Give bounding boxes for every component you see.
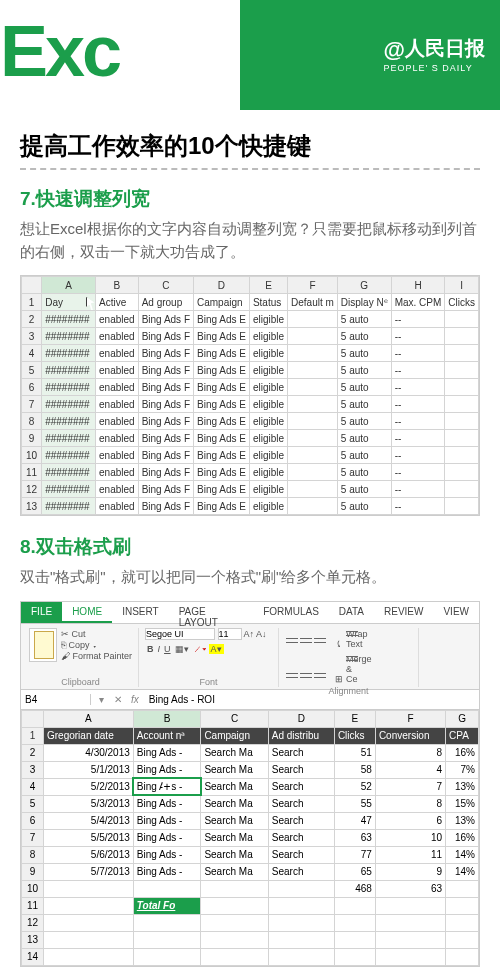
cell[interactable]: eligible	[249, 481, 287, 498]
cell[interactable]: 5 auto	[337, 345, 391, 362]
cell[interactable]: ########	[42, 481, 96, 498]
cell[interactable]: Bing Ads -	[133, 812, 201, 829]
cell[interactable]: 8	[375, 795, 445, 812]
cell[interactable]	[445, 413, 479, 430]
cut-button[interactable]: ✂ Cut	[61, 629, 132, 639]
cell[interactable]	[445, 464, 479, 481]
cell[interactable]: 10	[22, 880, 44, 897]
cell[interactable]	[445, 345, 479, 362]
cell[interactable]: Search	[268, 812, 334, 829]
cell[interactable]: Bing Ads F	[138, 481, 193, 498]
cell[interactable]: Search Ma	[201, 846, 268, 863]
cell[interactable]: 58	[334, 761, 375, 778]
cell[interactable]	[334, 914, 375, 931]
cell[interactable]: --	[391, 379, 445, 396]
cell[interactable]: Bing Ads E	[194, 481, 250, 498]
cell[interactable]: Bing Ads F	[138, 413, 193, 430]
font-size-input[interactable]	[218, 628, 242, 640]
cell[interactable]: --	[391, 481, 445, 498]
cell[interactable]: 15%	[446, 795, 479, 812]
cell[interactable]: enabled	[96, 362, 139, 379]
cell[interactable]: Bing Ads F	[138, 430, 193, 447]
cell[interactable]: Bing Ads -	[133, 761, 201, 778]
cell[interactable]: Bing Ads E	[194, 362, 250, 379]
cell[interactable]: Bing Ads E	[194, 311, 250, 328]
cell[interactable]: Search Ma	[201, 778, 268, 795]
cell[interactable]	[446, 931, 479, 948]
cell[interactable]: 11	[22, 897, 44, 914]
cell[interactable]	[133, 931, 201, 948]
cell[interactable]: ########	[42, 396, 96, 413]
cell[interactable]: eligible	[249, 379, 287, 396]
cell[interactable]: 5 auto	[337, 311, 391, 328]
cell[interactable]: Bing Ads E	[194, 345, 250, 362]
font-name-input[interactable]	[145, 628, 215, 640]
ribbon-tab[interactable]: PAGE LAYOUT	[169, 602, 254, 623]
cell[interactable]	[288, 362, 338, 379]
cell[interactable]: Bing Ads E	[194, 413, 250, 430]
cell[interactable]: 1	[22, 727, 44, 744]
cell[interactable]: enabled	[96, 396, 139, 413]
cell[interactable]: --	[391, 311, 445, 328]
cell[interactable]	[44, 897, 134, 914]
cell[interactable]: 13%	[446, 812, 479, 829]
cell[interactable]: Bing Ads F	[138, 328, 193, 345]
ribbon-tab[interactable]: HOME	[62, 602, 112, 623]
cell[interactable]: 4/30/2013	[44, 744, 134, 761]
cell[interactable]: enabled	[96, 447, 139, 464]
cell[interactable]	[288, 379, 338, 396]
col-header[interactable]	[22, 277, 42, 294]
ribbon-tab[interactable]: DATA	[329, 602, 374, 623]
cell[interactable]: 8	[22, 413, 42, 430]
cell[interactable]: 5	[22, 362, 42, 379]
cell[interactable]: Bing Ads -	[133, 744, 201, 761]
cell[interactable]	[201, 931, 268, 948]
cell[interactable]: Ad distribu	[268, 727, 334, 744]
cell[interactable]: Clicks	[445, 294, 479, 311]
cell[interactable]: Search	[268, 795, 334, 812]
cell[interactable]: Bing Ads E	[194, 498, 250, 515]
cell[interactable]	[44, 914, 134, 931]
cell[interactable]	[201, 880, 268, 897]
col-header[interactable]: I	[445, 277, 479, 294]
cell[interactable]: eligible	[249, 413, 287, 430]
cell[interactable]	[445, 379, 479, 396]
cell[interactable]	[446, 948, 479, 965]
cell[interactable]: ########	[42, 498, 96, 515]
cell[interactable]	[446, 914, 479, 931]
cell[interactable]: Bing Ads E	[194, 379, 250, 396]
cell[interactable]: 5 auto	[337, 481, 391, 498]
cell[interactable]: Bing Ads -	[133, 795, 201, 812]
cell[interactable]: ########	[42, 345, 96, 362]
cell[interactable]: Search	[268, 761, 334, 778]
cell[interactable]: Bing Ads F	[138, 379, 193, 396]
ribbon-tab[interactable]: VIEW	[433, 602, 479, 623]
cell[interactable]: 5 auto	[337, 379, 391, 396]
cell[interactable]: Search Ma	[201, 744, 268, 761]
ribbon-tab[interactable]: FORMULAS	[253, 602, 329, 623]
col-header[interactable]: D	[194, 277, 250, 294]
cell[interactable]: 2	[22, 311, 42, 328]
cell[interactable]: Campaign	[201, 727, 268, 744]
cell[interactable]: 8	[375, 744, 445, 761]
cell[interactable]: 10	[375, 829, 445, 846]
cell[interactable]: Search	[268, 829, 334, 846]
cell[interactable]: eligible	[249, 311, 287, 328]
cell[interactable]: 468	[334, 880, 375, 897]
cell[interactable]	[288, 464, 338, 481]
cell[interactable]: Search	[268, 744, 334, 761]
cell[interactable]: Search Ma	[201, 761, 268, 778]
cell[interactable]: 13	[22, 931, 44, 948]
ribbon-tab[interactable]: INSERT	[112, 602, 169, 623]
cell[interactable]: Bing Ads F	[138, 345, 193, 362]
cell[interactable]: Bing Ads F	[138, 311, 193, 328]
col-header[interactable]: G	[337, 277, 391, 294]
cell[interactable]: 65	[334, 863, 375, 880]
cell[interactable]: 5 auto	[337, 328, 391, 345]
cell[interactable]: Bing Ads F	[138, 396, 193, 413]
merge-button[interactable]: Merge & Ce	[346, 654, 358, 664]
cell[interactable]: eligible	[249, 345, 287, 362]
cell[interactable]: enabled	[96, 498, 139, 515]
cell[interactable]: 6	[22, 812, 44, 829]
cell[interactable]: 14	[22, 948, 44, 965]
